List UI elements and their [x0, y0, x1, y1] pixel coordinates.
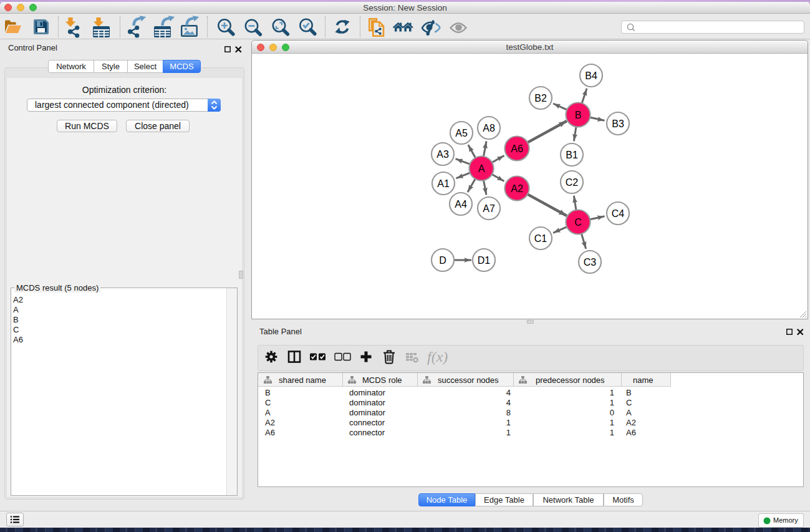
svg-text:A8: A8 [483, 123, 495, 133]
svg-text:C3: C3 [584, 257, 597, 268]
svg-text:B3: B3 [612, 118, 624, 129]
svg-text:D: D [439, 255, 446, 266]
svg-text:A1: A1 [437, 178, 450, 189]
svg-text:B4: B4 [585, 70, 597, 81]
svg-text:A7: A7 [483, 203, 495, 214]
svg-text:A3: A3 [436, 149, 449, 160]
svg-text:A2: A2 [511, 183, 523, 194]
svg-text:C2: C2 [566, 177, 579, 188]
svg-text:A6: A6 [511, 143, 523, 154]
svg-text:B1: B1 [566, 150, 578, 160]
svg-text:f(x): f(x) [427, 349, 448, 365]
svg-text:C1: C1 [534, 233, 547, 244]
svg-text:C: C [574, 217, 582, 228]
svg-text:A4: A4 [455, 199, 467, 210]
svg-text:B2: B2 [534, 93, 547, 104]
svg-text:A5: A5 [455, 128, 468, 138]
svg-text:B: B [575, 110, 582, 120]
svg-text:C4: C4 [612, 208, 625, 219]
svg-text:D1: D1 [478, 255, 491, 266]
svg-text:A: A [478, 163, 485, 174]
